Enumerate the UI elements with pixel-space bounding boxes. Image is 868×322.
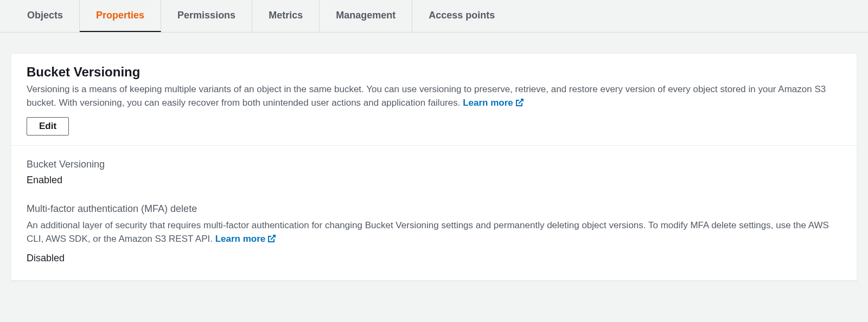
mfa-description: An additional layer of security that req… <box>27 219 841 247</box>
bucket-versioning-panel: Bucket Versioning Versioning is a means … <box>11 53 857 281</box>
external-link-icon <box>515 98 524 111</box>
learn-more-link[interactable]: Learn more <box>463 98 524 108</box>
mfa-learn-more-link[interactable]: Learn more <box>215 234 277 244</box>
tab-metrics[interactable]: Metrics <box>252 0 320 32</box>
panel-body: Bucket Versioning Enabled Multi-factor a… <box>11 146 857 280</box>
edit-button[interactable]: Edit <box>27 117 69 136</box>
tab-access-points[interactable]: Access points <box>412 0 511 32</box>
tab-properties[interactable]: Properties <box>80 0 161 32</box>
panel-description: Versioning is a means of keeping multipl… <box>27 83 841 111</box>
learn-more-text: Learn more <box>463 98 513 108</box>
mfa-value: Disabled <box>27 253 841 264</box>
panel-header: Bucket Versioning Versioning is a means … <box>11 54 857 146</box>
panel-title: Bucket Versioning <box>27 65 841 80</box>
tab-permissions[interactable]: Permissions <box>161 0 252 32</box>
versioning-label: Bucket Versioning <box>27 159 841 170</box>
mfa-label: Multi-factor authentication (MFA) delete <box>27 203 841 215</box>
panel-description-text: Versioning is a means of keeping multipl… <box>27 84 826 108</box>
external-link-icon <box>267 234 276 247</box>
mfa-delete-field: Multi-factor authentication (MFA) delete… <box>27 203 841 263</box>
versioning-value: Enabled <box>27 175 841 186</box>
tab-management[interactable]: Management <box>320 0 412 32</box>
versioning-field: Bucket Versioning Enabled <box>27 159 841 186</box>
mfa-description-text: An additional layer of security that req… <box>27 220 829 244</box>
tab-objects[interactable]: Objects <box>11 0 80 32</box>
tab-bar: Objects Properties Permissions Metrics M… <box>0 0 868 33</box>
mfa-learn-more-text: Learn more <box>215 234 266 244</box>
